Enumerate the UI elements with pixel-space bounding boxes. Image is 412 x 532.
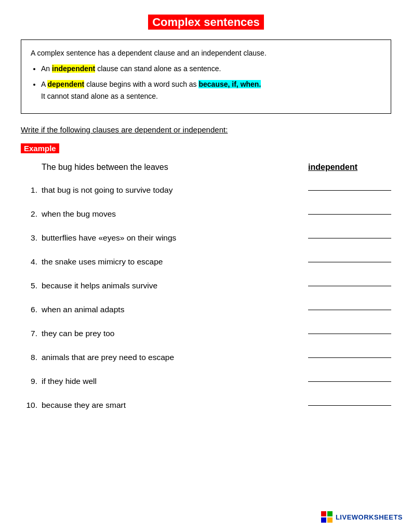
example-clause: The bug hides between the leaves <box>42 163 298 172</box>
item-clause: that bug is not going to survive today <box>42 185 298 195</box>
info-bullet2: A dependent clause begins with a word su… <box>41 78 381 103</box>
answer-line[interactable] <box>308 405 391 406</box>
item-clause: because they are smart <box>42 401 298 410</box>
answer-line[interactable] <box>308 190 391 191</box>
logo-cell-green <box>327 511 333 516</box>
item-number: 10. <box>21 401 37 410</box>
item-number: 6. <box>21 305 37 314</box>
instruction: Write if the following clauses are depen… <box>21 125 391 134</box>
info-box: A complex sentence has a dependent claus… <box>21 39 391 114</box>
liveworksheets-logo: LIVEWORKSHEETS <box>321 511 403 523</box>
item-number: 7. <box>21 329 37 338</box>
answer-line[interactable] <box>308 214 391 215</box>
exercise-item: 7. they can be prey too <box>21 329 391 338</box>
item-clause: animals that are prey need to escape <box>42 353 298 362</box>
item-number: 3. <box>21 233 37 243</box>
bullet2-highlight: dependent <box>47 80 84 88</box>
item-number: 4. <box>21 257 37 267</box>
example-label: Example <box>21 143 59 153</box>
bullet2-highlight2: because, if, when. <box>198 80 261 88</box>
bullet1-post: clause can stand alone as a sentence. <box>95 64 221 73</box>
item-number: 1. <box>21 185 37 195</box>
bullet2-pre: A <box>41 80 47 88</box>
info-bullet1: An independent clause can stand alone as… <box>41 63 381 75</box>
info-intro: A complex sentence has a dependent claus… <box>31 47 381 60</box>
exercise-item: 8. animals that are prey need to escape <box>21 353 391 362</box>
bullet2-post: It cannot stand alone as a sentence. <box>41 92 158 100</box>
example-answer: independent <box>298 163 391 172</box>
item-clause: butterflies have «eyes» on their wings <box>42 233 298 243</box>
bullet1-highlight: independent <box>52 64 95 73</box>
exercise-list: 1. that bug is not going to survive toda… <box>21 185 391 410</box>
answer-line[interactable] <box>308 237 391 238</box>
exercise-item: 2. when the bug moves <box>21 209 391 219</box>
exercise-item: 3. butterflies have «eyes» on their wing… <box>21 233 391 243</box>
item-clause: if they hide well <box>42 377 298 386</box>
exercise-item: 9. if they hide well <box>21 377 391 386</box>
bullet2-mid: clause begins with a word such as <box>84 80 198 88</box>
exercise-item: 6. when an animal adapts <box>21 305 391 314</box>
exercise-item: 10. because they are smart <box>21 401 391 410</box>
answer-line[interactable] <box>308 309 391 310</box>
exercise-item: 4. the snake uses mimicry to escape <box>21 257 391 267</box>
logo-cell-red <box>321 511 326 516</box>
logo-cell-blue <box>321 517 326 523</box>
answer-line[interactable] <box>308 333 391 334</box>
item-clause: the snake uses mimicry to escape <box>42 257 298 267</box>
bullet1-pre: An <box>41 64 52 73</box>
item-number: 9. <box>21 377 37 386</box>
exercise-item: 1. that bug is not going to survive toda… <box>21 185 391 195</box>
item-clause: when the bug moves <box>42 209 298 219</box>
logo-grid <box>321 511 333 523</box>
answer-line[interactable] <box>308 381 391 382</box>
logo-text: LIVEWORKSHEETS <box>336 513 403 521</box>
exercise-item: 5. because it helps animals survive <box>21 281 391 290</box>
item-clause: they can be prey too <box>42 329 298 338</box>
logo-cell-orange <box>327 517 333 523</box>
item-clause: when an animal adapts <box>42 305 298 314</box>
example-row: The bug hides between the leaves indepen… <box>21 163 391 172</box>
item-number: 5. <box>21 281 37 290</box>
page-title: Complex sentences <box>21 16 391 29</box>
answer-line[interactable] <box>308 285 391 286</box>
item-clause: because it helps animals survive <box>42 281 298 290</box>
item-number: 8. <box>21 353 37 362</box>
answer-line[interactable] <box>308 261 391 262</box>
answer-line[interactable] <box>308 357 391 358</box>
item-number: 2. <box>21 209 37 219</box>
